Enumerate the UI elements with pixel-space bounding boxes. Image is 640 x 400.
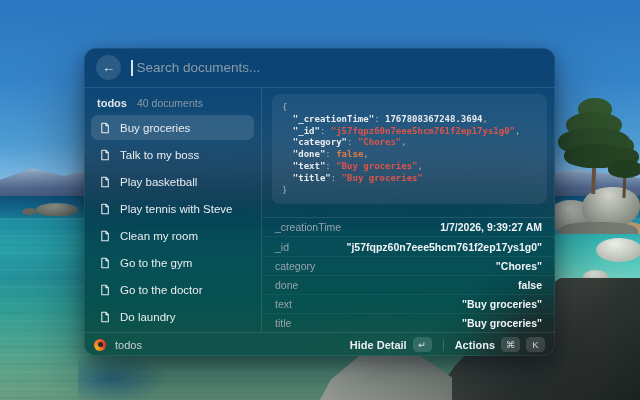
distant-rock bbox=[22, 208, 37, 215]
field-row[interactable]: text "Buy groceries" bbox=[262, 295, 555, 314]
actions-label: Actions bbox=[455, 339, 495, 351]
field-value: 1/7/2026, 9:39:27 AM bbox=[440, 221, 542, 233]
json-code-block: { "_creationTime": 1767808367248.3694, "… bbox=[272, 94, 547, 204]
field-key: _creationTime bbox=[275, 221, 341, 233]
document-title: Buy groceries bbox=[120, 122, 190, 134]
document-title: Do laundry bbox=[120, 311, 176, 323]
footer-divider bbox=[443, 339, 444, 351]
field-key: text bbox=[275, 298, 292, 310]
document-list: Buy groceries Talk to my boss Play baske… bbox=[84, 115, 261, 332]
back-button[interactable]: ← bbox=[96, 55, 121, 80]
field-value: "Buy groceries" bbox=[462, 298, 542, 310]
document-search-window: ← todos 40 documents Buy groceries bbox=[84, 48, 555, 356]
document-title: Go to the gym bbox=[120, 257, 192, 269]
convex-logo-icon bbox=[94, 339, 106, 351]
tree-canopy bbox=[608, 160, 640, 178]
document-icon bbox=[99, 122, 111, 134]
document-icon bbox=[99, 176, 111, 188]
footer-collection-label: todos bbox=[115, 339, 142, 351]
water-shadow-patch bbox=[78, 352, 168, 400]
document-icon bbox=[99, 230, 111, 242]
document-icon bbox=[99, 311, 111, 323]
document-title: Play basketball bbox=[120, 176, 197, 188]
document-list-item[interactable]: Talk to my boss bbox=[91, 142, 254, 167]
document-icon bbox=[99, 284, 111, 296]
field-value: "Chores" bbox=[496, 260, 542, 272]
k-key-icon: K bbox=[526, 337, 545, 352]
document-list-item[interactable]: Play tennis with Steve bbox=[91, 196, 254, 221]
enter-key-icon: ↵ bbox=[413, 337, 432, 352]
document-list-item[interactable]: Buy groceries bbox=[91, 115, 254, 140]
field-key: done bbox=[275, 279, 298, 291]
actions-button[interactable]: Actions ⌘ K bbox=[455, 337, 545, 352]
field-rows: _creationTime 1/7/2026, 9:39:27 AM _id "… bbox=[262, 218, 555, 332]
field-row[interactable]: _id "j57fqpz60n7eee5hcm761f2ep17ys1g0" bbox=[262, 237, 555, 256]
document-icon bbox=[99, 257, 111, 269]
back-arrow-icon: ← bbox=[102, 61, 115, 74]
collection-name: todos bbox=[97, 97, 127, 109]
field-value: "Buy groceries" bbox=[462, 317, 542, 329]
document-count: 40 documents bbox=[137, 97, 203, 109]
document-list-item[interactable]: Play basketball bbox=[91, 169, 254, 194]
document-list-item[interactable]: Go to the doctor bbox=[91, 277, 254, 302]
document-icon bbox=[99, 203, 111, 215]
document-icon bbox=[99, 149, 111, 161]
search-bar: ← bbox=[84, 48, 555, 88]
text-caret bbox=[131, 60, 133, 76]
footer-bar: todos Hide Detail ↵ Actions ⌘ K bbox=[84, 332, 555, 356]
field-key: category bbox=[275, 260, 315, 272]
white-boulder bbox=[596, 238, 640, 262]
field-key: _id bbox=[275, 241, 289, 253]
field-value: false bbox=[518, 279, 542, 291]
footer-actions: Hide Detail ↵ Actions ⌘ K bbox=[350, 337, 545, 352]
field-key: title bbox=[275, 317, 291, 329]
document-list-item[interactable]: Do laundry bbox=[91, 304, 254, 329]
documents-panel: todos 40 documents Buy groceries Talk to… bbox=[84, 88, 262, 332]
document-title: Play tennis with Steve bbox=[120, 203, 233, 215]
document-title: Go to the doctor bbox=[120, 284, 202, 296]
document-list-item[interactable]: Clean my room bbox=[91, 223, 254, 248]
document-title: Clean my room bbox=[120, 230, 198, 242]
footer-context: todos bbox=[94, 339, 142, 351]
hide-detail-button[interactable]: Hide Detail ↵ bbox=[350, 337, 432, 352]
cmd-key-icon: ⌘ bbox=[501, 337, 520, 352]
detail-panel: { "_creationTime": 1767808367248.3694, "… bbox=[262, 88, 555, 332]
field-row[interactable]: category "Chores" bbox=[262, 257, 555, 276]
distant-rock bbox=[36, 203, 78, 216]
field-row[interactable]: done false bbox=[262, 276, 555, 295]
field-row[interactable]: _creationTime 1/7/2026, 9:39:27 AM bbox=[262, 218, 555, 237]
document-title: Talk to my boss bbox=[120, 149, 199, 161]
hide-detail-label: Hide Detail bbox=[350, 339, 407, 351]
list-header: todos 40 documents bbox=[84, 88, 261, 115]
small-pine-tree bbox=[608, 138, 640, 200]
logo-center bbox=[98, 342, 103, 347]
field-row[interactable]: title "Buy groceries" bbox=[262, 314, 555, 332]
document-list-item[interactable]: Go to the gym bbox=[91, 250, 254, 275]
window-body: todos 40 documents Buy groceries Talk to… bbox=[84, 88, 555, 332]
document-list-item[interactable]: Schedule a team meeting bbox=[91, 331, 254, 332]
document-title: Schedule a team meeting bbox=[120, 332, 246, 333]
field-value: "j57fqpz60n7eee5hcm761f2ep17ys1g0" bbox=[346, 241, 542, 253]
search-input[interactable] bbox=[137, 60, 544, 75]
